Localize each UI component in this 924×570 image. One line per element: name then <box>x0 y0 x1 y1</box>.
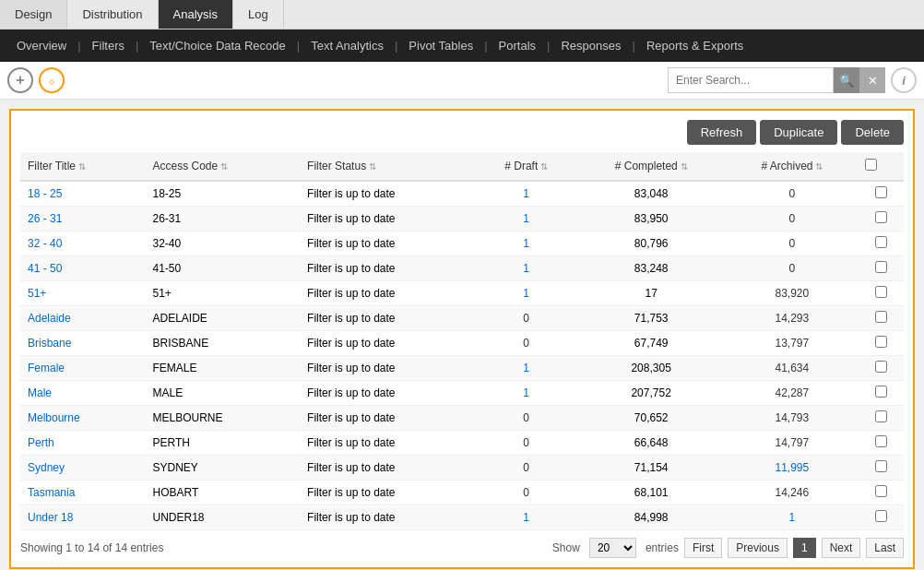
toolbar: + ⬦ 🔍 ✕ i <box>0 62 924 100</box>
col-archived[interactable]: # Archived <box>727 152 858 181</box>
cell-archived: 14,797 <box>727 431 858 456</box>
duplicate-button[interactable]: Duplicate <box>760 120 837 145</box>
subnav-overview[interactable]: Overview <box>7 30 76 62</box>
show-select[interactable]: 10 20 50 100 <box>589 538 636 558</box>
cell-access: 18-25 <box>145 181 300 207</box>
table-row: Male MALE Filter is up to date 1 207,752… <box>20 381 904 406</box>
subnav-filters[interactable]: Filters <box>83 30 134 62</box>
select-all-checkbox[interactable] <box>865 159 877 171</box>
filter-title-link[interactable]: Brisbane <box>28 337 71 350</box>
cell-completed: 207,752 <box>576 381 727 406</box>
row-checkbox[interactable] <box>875 261 887 273</box>
col-draft[interactable]: # Draft <box>477 152 576 181</box>
cell-title: Sydney <box>20 456 145 481</box>
pagination: Show 10 20 50 100 entries First Previous… <box>552 538 904 558</box>
col-completed[interactable]: # Completed <box>576 152 727 181</box>
subnav-portals[interactable]: Portals <box>490 30 545 62</box>
filter-button[interactable]: ⬦ <box>39 67 65 93</box>
filter-title-link[interactable]: 41 - 50 <box>28 262 62 275</box>
cell-access: 32-40 <box>145 232 300 256</box>
cell-draft: 1 <box>477 356 576 381</box>
row-checkbox[interactable] <box>875 460 887 472</box>
filter-title-link[interactable]: 18 - 25 <box>28 187 62 200</box>
cell-archived: 14,793 <box>727 406 858 431</box>
row-checkbox[interactable] <box>875 361 887 373</box>
filter-title-link[interactable]: Tasmania <box>28 486 75 499</box>
col-access-code[interactable]: Access Code <box>145 152 300 181</box>
table-row: 26 - 31 26-31 Filter is up to date 1 83,… <box>20 207 904 232</box>
cell-access: PERTH <box>145 431 300 456</box>
table-row: Perth PERTH Filter is up to date 0 66,64… <box>20 431 904 456</box>
filter-title-link[interactable]: 51+ <box>28 287 46 300</box>
tab-distribution[interactable]: Distribution <box>67 0 158 29</box>
row-checkbox[interactable] <box>875 336 887 348</box>
tab-log[interactable]: Log <box>233 0 284 29</box>
row-checkbox[interactable] <box>875 311 887 323</box>
row-checkbox[interactable] <box>875 435 887 447</box>
cell-draft: 0 <box>477 406 576 431</box>
cell-access: 26-31 <box>145 207 300 232</box>
filter-title-link[interactable]: Under 18 <box>28 511 73 524</box>
filter-title-link[interactable]: Female <box>28 362 65 374</box>
tab-analysis[interactable]: Analysis <box>159 0 233 29</box>
cell-completed: 80,796 <box>576 232 727 256</box>
cell-checkbox <box>858 281 904 306</box>
row-checkbox[interactable] <box>875 510 887 522</box>
cell-archived: 0 <box>727 256 858 281</box>
row-checkbox[interactable] <box>875 211 887 223</box>
cell-access: 41-50 <box>145 256 300 281</box>
row-checkbox[interactable] <box>875 386 887 398</box>
row-checkbox[interactable] <box>875 410 887 422</box>
subnav-textchoice[interactable]: Text/Choice Data Recode <box>140 30 294 62</box>
cell-draft: 0 <box>477 306 576 331</box>
row-checkbox[interactable] <box>875 236 887 248</box>
cell-status: Filter is up to date <box>300 356 477 381</box>
col-filter-status[interactable]: Filter Status <box>300 152 477 181</box>
page-1-button[interactable]: 1 <box>793 538 816 558</box>
cell-status: Filter is up to date <box>300 505 477 530</box>
cell-title: Under 18 <box>20 505 145 530</box>
cell-draft: 1 <box>477 256 576 281</box>
refresh-button[interactable]: Refresh <box>687 120 757 145</box>
cell-archived: 42,287 <box>727 381 858 406</box>
page-next-button[interactable]: Next <box>822 538 861 558</box>
tab-design[interactable]: Design <box>0 0 67 29</box>
row-checkbox[interactable] <box>875 286 887 298</box>
cell-draft: 1 <box>477 281 576 306</box>
filter-title-link[interactable]: Male <box>28 386 52 399</box>
row-checkbox[interactable] <box>875 485 887 497</box>
search-clear-button[interactable]: ✕ <box>859 67 885 93</box>
cell-checkbox <box>858 505 904 530</box>
filter-title-link[interactable]: Melbourne <box>28 411 80 424</box>
cell-draft: 0 <box>477 456 576 481</box>
col-filter-title[interactable]: Filter Title <box>20 152 145 181</box>
page-last-button[interactable]: Last <box>866 538 904 558</box>
row-checkbox[interactable] <box>875 186 887 198</box>
cell-status: Filter is up to date <box>300 331 477 356</box>
page-previous-button[interactable]: Previous <box>728 538 788 558</box>
subnav-reports[interactable]: Reports & Exports <box>637 30 753 62</box>
filter-title-link[interactable]: 26 - 31 <box>28 212 62 225</box>
filters-table: Filter Title Access Code Filter Status #… <box>20 152 904 530</box>
subnav-responses[interactable]: Responses <box>551 30 630 62</box>
filter-title-link[interactable]: Sydney <box>28 461 65 474</box>
filter-title-link[interactable]: Perth <box>28 436 54 449</box>
cell-archived: 14,246 <box>727 481 858 505</box>
cell-checkbox <box>858 207 904 232</box>
cell-access: FEMALE <box>145 356 300 381</box>
delete-button[interactable]: Delete <box>841 120 904 145</box>
table-row: Adelaide ADELAIDE Filter is up to date 0… <box>20 306 904 331</box>
subnav-pivottables[interactable]: Pivot Tables <box>399 30 482 62</box>
filter-title-link[interactable]: 32 - 40 <box>28 237 62 250</box>
cell-title: 32 - 40 <box>20 232 145 256</box>
search-submit-button[interactable]: 🔍 <box>834 67 859 93</box>
filter-title-link[interactable]: Adelaide <box>28 312 71 325</box>
info-button[interactable]: i <box>891 67 917 93</box>
add-button[interactable]: + <box>7 67 33 93</box>
page-first-button[interactable]: First <box>684 538 722 558</box>
search-input[interactable] <box>668 67 834 93</box>
cell-status: Filter is up to date <box>300 431 477 456</box>
subnav-textanalytics[interactable]: Text Analytics <box>302 30 393 62</box>
sub-nav: Overview | Filters | Text/Choice Data Re… <box>0 30 924 62</box>
cell-checkbox <box>858 356 904 381</box>
